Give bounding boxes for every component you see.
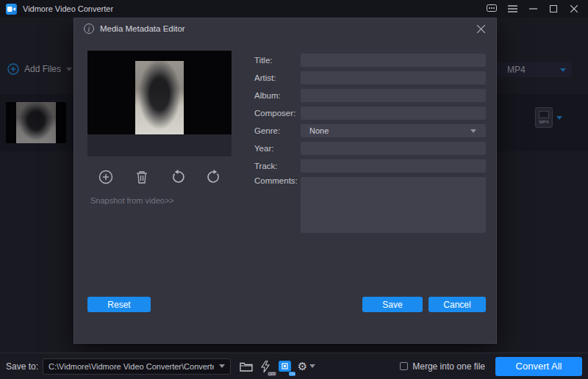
cover-edit-toolbar: [87, 161, 232, 193]
save-button[interactable]: Save: [362, 297, 423, 312]
genre-chevron-down-icon: [470, 129, 476, 133]
feedback-icon[interactable]: [485, 3, 498, 15]
cancel-button[interactable]: Cancel: [429, 297, 486, 312]
settings-gear-button[interactable]: ⚙: [294, 358, 319, 375]
video-preview-panel: [87, 51, 232, 134]
album-label: Album:: [254, 91, 281, 100]
minimize-button[interactable]: [526, 3, 539, 15]
composer-input[interactable]: [301, 107, 486, 120]
gear-icon: ⚙: [298, 361, 307, 372]
genre-dropdown[interactable]: None: [301, 124, 486, 137]
rotate-right-button[interactable]: [204, 167, 223, 187]
convert-all-button[interactable]: Convert All: [495, 357, 582, 376]
media-metadata-editor-dialog: i Media Metadata Editor Snapshot fr: [74, 18, 497, 344]
artist-label: Artist:: [254, 73, 276, 82]
merge-option[interactable]: Merge into one file: [400, 361, 485, 372]
dialog-title: Media Metadata Editor: [100, 24, 185, 33]
gpu-acceleration-off-icon[interactable]: OFF: [256, 358, 275, 375]
dialog-close-icon[interactable]: [474, 22, 487, 35]
album-input[interactable]: [301, 89, 486, 102]
rotate-left-button[interactable]: [168, 167, 187, 187]
merge-checkbox[interactable]: [400, 362, 408, 370]
comments-textarea[interactable]: [301, 177, 486, 233]
maximize-button[interactable]: [547, 3, 560, 15]
year-input[interactable]: [301, 142, 486, 155]
info-icon: i: [84, 24, 94, 34]
settings-chevron-down-icon: [309, 364, 315, 368]
year-label: Year:: [254, 144, 273, 153]
save-path-value: C:\Vidmore\Vidmore Video Converter\Conve…: [49, 362, 214, 371]
save-to-label: Save to:: [6, 361, 38, 372]
track-label: Track:: [254, 162, 278, 170]
snapshot-from-video-link[interactable]: Snapshot from video>>: [90, 196, 174, 205]
save-path-dropdown[interactable]: C:\Vidmore\Vidmore Video Converter\Conve…: [43, 358, 231, 375]
title-input[interactable]: [301, 54, 486, 67]
comments-label: Comments:: [254, 176, 298, 185]
preview-bottom-strip: [87, 134, 232, 156]
app-logo-icon: [6, 4, 17, 15]
dialog-header: i Media Metadata Editor: [74, 18, 496, 39]
app-title: Vidmore Video Converter: [23, 4, 113, 13]
reset-button[interactable]: Reset: [87, 297, 151, 312]
delete-cover-button[interactable]: [132, 167, 151, 187]
close-button[interactable]: [567, 3, 581, 15]
genre-value: None: [309, 126, 329, 135]
hardware-acceleration-on-button[interactable]: ON: [275, 358, 294, 375]
open-folder-button[interactable]: [237, 358, 256, 375]
chip-icon: [279, 361, 291, 372]
artist-input[interactable]: [301, 71, 486, 84]
track-input[interactable]: [301, 159, 486, 173]
statusbar: Save to: C:\Vidmore\Vidmore Video Conver…: [0, 353, 588, 379]
composer-label: Composer:: [254, 109, 295, 118]
titlebar: Vidmore Video Converter: [0, 0, 588, 18]
menu-icon[interactable]: [506, 3, 519, 15]
add-cover-button[interactable]: [96, 167, 115, 187]
merge-label: Merge into one file: [412, 361, 485, 372]
title-label: Title:: [254, 56, 273, 65]
genre-label: Genre:: [254, 126, 280, 135]
save-path-chevron-down-icon: [219, 364, 225, 368]
app-window: Vidmore Video Converter Add Files: [0, 0, 588, 379]
video-preview-image: [135, 61, 184, 134]
